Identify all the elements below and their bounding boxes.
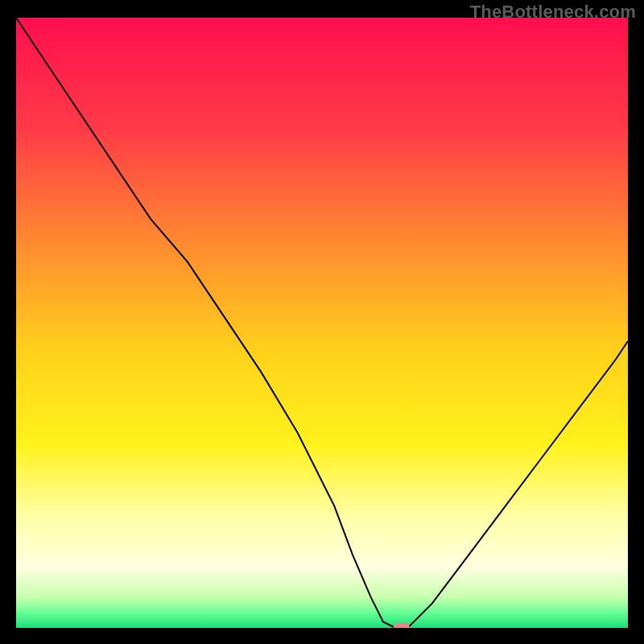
gradient-background — [16, 18, 628, 628]
optimum-marker — [394, 622, 410, 628]
chart-frame: TheBottleneck.com — [0, 0, 644, 644]
bottleneck-chart — [16, 18, 628, 628]
watermark-text: TheBottleneck.com — [470, 2, 636, 23]
